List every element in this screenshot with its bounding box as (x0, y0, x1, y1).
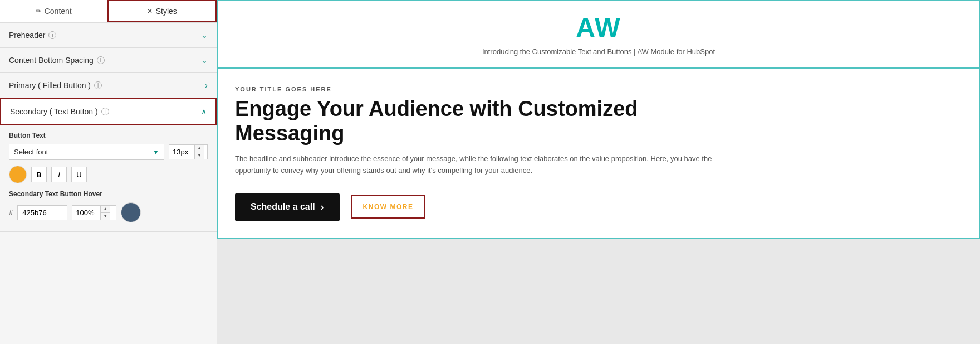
button-row: Schedule a call › KNOW MORE (235, 193, 962, 221)
hover-section-label: Secondary Text Button Hover (9, 190, 208, 198)
secondary-text-button-label: Secondary ( Text Button ) (10, 107, 98, 116)
opacity-up[interactable]: ▲ (101, 206, 110, 213)
text-style-row: B I U (9, 166, 208, 183)
content-bottom-spacing-label: Content Bottom Spacing (9, 56, 94, 65)
preheader-label-group: Preheader i (9, 31, 56, 40)
secondary-text-button-chevron: ∧ (201, 107, 207, 116)
hover-color-swatch[interactable] (121, 202, 141, 222)
opacity-down[interactable]: ▼ (101, 213, 110, 220)
tab-content-label: Content (45, 7, 72, 16)
content-bottom-spacing-label-group: Content Bottom Spacing i (9, 56, 105, 65)
tab-bar: ✏ Content ✕ Styles (0, 0, 217, 23)
preheader-info-icon: i (48, 31, 56, 39)
font-size-down[interactable]: ▼ (195, 152, 204, 159)
primary-button-arrow: › (321, 201, 324, 213)
secondary-text-button-info-icon: i (101, 108, 109, 115)
font-select[interactable]: Select font ▼ (9, 144, 164, 160)
main-body-text: The headline and subheader introduce the… (235, 153, 736, 177)
edit-icon: ✏ (36, 7, 41, 15)
accordion-preheader-header[interactable]: Preheader i ⌄ (0, 23, 217, 47)
tab-styles-label: Styles (156, 7, 177, 16)
main-headline: Engage Your Audience with Customized Mes… (235, 97, 736, 146)
eyebrow-text: YOUR TITLE GOES HERE (235, 86, 962, 93)
accordion-primary-filled-button: Primary ( Filled Button ) i › (0, 73, 217, 98)
tab-content[interactable]: ✏ Content (0, 0, 107, 22)
logo-text: AW (235, 12, 962, 43)
underline-button[interactable]: U (71, 167, 87, 182)
secondary-text-button-content: Button Text Select font ▼ ▲ ▼ (0, 125, 217, 231)
primary-filled-button-label-group: Primary ( Filled Button ) i (9, 81, 102, 90)
accordion-secondary-text-button-header[interactable]: Secondary ( Text Button ) i ∧ (0, 98, 217, 125)
opacity-group: ▲ ▼ (72, 205, 116, 220)
primary-button-label: Schedule a call (251, 202, 315, 212)
content-bottom-spacing-chevron: ⌄ (201, 56, 208, 65)
secondary-text-button-label-group: Secondary ( Text Button ) i (10, 107, 109, 116)
font-row: Select font ▼ ▲ ▼ (9, 144, 208, 160)
font-size-spinners: ▲ ▼ (194, 145, 204, 159)
accordion: Preheader i ⌄ Content Bottom Spacing i ⌄… (0, 23, 217, 344)
text-color-swatch[interactable] (9, 166, 27, 183)
primary-filled-button-info-icon: i (94, 81, 102, 89)
close-icon: ✕ (147, 7, 153, 15)
logo-aw: AW (576, 13, 621, 42)
italic-button[interactable]: I (51, 167, 67, 182)
primary-button[interactable]: Schedule a call › (235, 193, 340, 221)
accordion-secondary-text-button: Secondary ( Text Button ) i ∧ Button Tex… (0, 98, 217, 232)
primary-filled-button-label: Primary ( Filled Button ) (9, 81, 91, 90)
preview-top-card: AW Introducing the Customizable Text and… (217, 0, 980, 68)
hash-label: # (9, 209, 13, 217)
opacity-spinners: ▲ ▼ (100, 206, 110, 220)
content-bottom-spacing-info-icon: i (97, 56, 105, 64)
button-text-label: Button Text (9, 132, 208, 139)
preview-top-title: Introducing the Customizable Text and Bu… (235, 47, 962, 56)
secondary-button-label: KNOW MORE (363, 203, 414, 211)
bold-button[interactable]: B (31, 167, 47, 182)
font-size-up[interactable]: ▲ (195, 145, 204, 152)
opacity-input[interactable] (72, 206, 100, 220)
left-panel: ✏ Content ✕ Styles Preheader i ⌄ Content… (0, 0, 217, 344)
tab-styles[interactable]: ✕ Styles (107, 0, 217, 22)
accordion-content-bottom-spacing-header[interactable]: Content Bottom Spacing i ⌄ (0, 48, 217, 72)
accordion-preheader: Preheader i ⌄ (0, 23, 217, 48)
primary-filled-button-chevron: › (205, 81, 208, 90)
hover-row: # ▲ ▼ (9, 202, 208, 222)
preview-main-card: YOUR TITLE GOES HERE Engage Your Audienc… (217, 68, 980, 239)
font-size-input[interactable] (169, 145, 194, 159)
font-select-placeholder: Select font (14, 148, 48, 156)
right-panel: AW Introducing the Customizable Text and… (217, 0, 980, 344)
font-size-input-group: ▲ ▼ (169, 144, 208, 159)
accordion-primary-filled-button-header[interactable]: Primary ( Filled Button ) i › (0, 73, 217, 98)
color-hex-input[interactable] (17, 205, 67, 220)
preheader-chevron: ⌄ (201, 31, 208, 40)
preheader-label: Preheader (9, 31, 45, 40)
accordion-content-bottom-spacing: Content Bottom Spacing i ⌄ (0, 48, 217, 73)
secondary-button[interactable]: KNOW MORE (351, 195, 426, 219)
font-select-arrow: ▼ (153, 148, 159, 156)
